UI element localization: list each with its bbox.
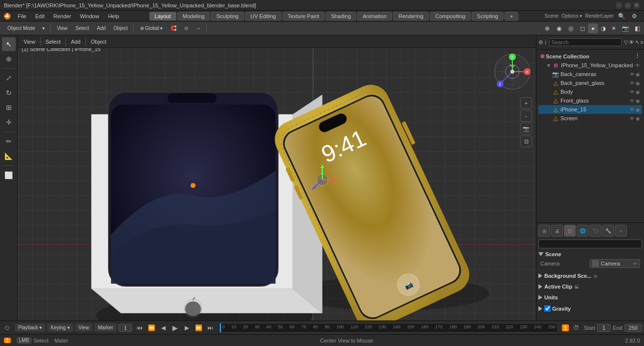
- wireframe-mode[interactable]: ◻: [578, 24, 588, 33]
- tree-item-front-glass[interactable]: △ Front_glass 👁 ◉: [538, 96, 642, 105]
- menu-window[interactable]: Window: [76, 12, 103, 20]
- rp-icon-1[interactable]: ⚙: [538, 37, 543, 48]
- bpg-render-vis[interactable]: ◉: [636, 80, 640, 86]
- object-btn[interactable]: Object: [110, 24, 131, 32]
- tab-texture-paint[interactable]: Texture Paint: [282, 12, 325, 21]
- tab-uv-editing[interactable]: UV Editing: [245, 12, 281, 21]
- iphone15-render-vis[interactable]: ◉: [636, 107, 640, 112]
- proportional-btn[interactable]: ⊙: [181, 24, 192, 32]
- playback-menu[interactable]: Playback ▾: [15, 323, 45, 332]
- object-mode-dropdown[interactable]: Object Mode ▾: [4, 24, 48, 32]
- collection-visibility[interactable]: 👁: [635, 63, 640, 68]
- tree-item-back-cameras[interactable]: 📷 Back_cameras 👁 ◉: [538, 70, 642, 79]
- scale-tool[interactable]: ⊞: [2, 101, 16, 114]
- timeline-bar[interactable]: 0 10 20 30 40 50 60 70 80 90 100 110 120…: [220, 323, 558, 333]
- tab-sculpting[interactable]: Sculpting: [211, 12, 244, 21]
- props-scene-tab[interactable]: ⊡: [564, 225, 576, 237]
- pivot-dropdown[interactable]: ⊕ Global ▾: [137, 24, 166, 32]
- rp-eye-icon[interactable]: 👁: [629, 37, 634, 48]
- props-search-input[interactable]: [538, 240, 642, 248]
- overlay-icon[interactable]: ◉: [554, 24, 564, 33]
- scene-search-input[interactable]: [549, 38, 622, 46]
- snap-btn[interactable]: 🧲: [167, 24, 180, 32]
- scene-section-header[interactable]: Scene: [538, 250, 642, 258]
- search-icon[interactable]: 🔍: [616, 11, 626, 21]
- gravity-checkbox[interactable]: [544, 305, 551, 312]
- camera-value[interactable]: Camera ✏: [589, 259, 640, 268]
- frame-rate-icon[interactable]: ⏱: [571, 322, 582, 333]
- back-cameras-visibility[interactable]: 👁: [630, 72, 635, 77]
- props-render-tab[interactable]: ◎: [538, 225, 550, 237]
- render-mode[interactable]: ☀: [609, 24, 618, 33]
- rp-filter-btn[interactable]: ▽: [624, 37, 628, 48]
- options-btn[interactable]: Options ▾: [561, 13, 582, 19]
- prev-frame-btn[interactable]: ◀: [158, 322, 168, 333]
- menu-edit[interactable]: Edit: [31, 12, 49, 20]
- filter-icon[interactable]: ⚙: [629, 11, 639, 21]
- body-render-vis[interactable]: ◉: [636, 89, 640, 95]
- tab-shading[interactable]: Shading: [326, 12, 356, 21]
- props-output-tab[interactable]: 🖨: [551, 225, 563, 237]
- menu-help[interactable]: Help: [104, 12, 123, 20]
- play-btn[interactable]: ▶: [169, 322, 180, 333]
- screen-render-vis[interactable]: ◉: [636, 116, 640, 121]
- tree-item-screen[interactable]: △ Screen 👁 ◉: [538, 114, 642, 123]
- scene-tree-options[interactable]: ⋮: [635, 53, 640, 59]
- tab-layout[interactable]: Layout: [149, 12, 176, 21]
- rp-cursor-icon[interactable]: ↖: [635, 37, 640, 48]
- close-button[interactable]: ✕: [633, 2, 640, 9]
- 3d-viewport[interactable]: View Select Add Object User Perspective …: [18, 35, 536, 320]
- rotate-tool[interactable]: ↻: [2, 86, 16, 100]
- back-panel-glass-visibility[interactable]: 👁: [630, 80, 635, 86]
- minimize-button[interactable]: −: [616, 2, 622, 9]
- zoom-in-btn[interactable]: +: [520, 97, 532, 109]
- props-modifier-tab[interactable]: 🔧: [602, 225, 614, 237]
- transform-btn[interactable]: ↔: [193, 24, 204, 32]
- units-header[interactable]: Units: [538, 293, 642, 301]
- vp-add-btn[interactable]: Add: [68, 38, 84, 46]
- tl-view-menu[interactable]: View: [75, 323, 93, 332]
- measure-tool[interactable]: 📐: [2, 149, 16, 163]
- marker-menu[interactable]: Marker: [94, 323, 116, 332]
- next-keyframe-btn[interactable]: ⏩: [193, 322, 204, 333]
- tab-compositing[interactable]: Compositing: [430, 12, 471, 21]
- tab-animation[interactable]: Animation: [357, 12, 392, 21]
- tree-item-body[interactable]: △ Body 👁 ◉: [538, 87, 642, 96]
- bg-scene-header[interactable]: Background Sce... ⊕: [538, 272, 642, 280]
- tab-add[interactable]: +: [504, 12, 518, 21]
- tab-scripting[interactable]: Scripting: [472, 12, 504, 21]
- xray-icon[interactable]: ◎: [566, 24, 576, 33]
- view-btn[interactable]: View: [54, 24, 71, 32]
- jump-end-btn[interactable]: ⏭: [205, 322, 216, 333]
- rp-icon-2[interactable]: ↕: [544, 37, 547, 48]
- back-cameras-render-vis[interactable]: ◉: [636, 72, 640, 77]
- prev-keyframe-btn[interactable]: ⏪: [146, 322, 157, 333]
- screen-visibility[interactable]: 👁: [630, 116, 635, 121]
- active-clip-header[interactable]: Active Clip 📽: [538, 283, 642, 291]
- next-frame-btn[interactable]: ▶: [181, 322, 192, 333]
- gravity-header[interactable]: Gravity: [538, 304, 642, 313]
- keying-menu[interactable]: Keying ▾: [47, 323, 73, 332]
- camera-view-btn[interactable]: 📷: [520, 123, 532, 134]
- move-tool[interactable]: ⤢: [2, 71, 16, 85]
- timeline-icon[interactable]: ⏲: [2, 322, 13, 333]
- select-tool[interactable]: ↖: [2, 37, 16, 51]
- tree-item-iphone15[interactable]: △ iPhone_15 👁 ◉: [538, 105, 642, 114]
- camera-edit-icon[interactable]: ✏: [633, 261, 638, 267]
- tab-modeling[interactable]: Modeling: [177, 12, 210, 21]
- tree-item-collection[interactable]: ▼ ⊞ IPhone_15_Yellow_Unpacked 👁: [538, 61, 642, 70]
- add-cube-tool[interactable]: ⬜: [2, 168, 16, 182]
- cursor-tool[interactable]: ⊕: [2, 52, 16, 66]
- front-glass-visibility[interactable]: 👁: [630, 98, 635, 104]
- vp-object-btn[interactable]: Object: [88, 38, 110, 46]
- start-frame-field[interactable]: 1: [597, 324, 611, 332]
- select-btn[interactable]: Select: [72, 24, 93, 32]
- frame-all-btn[interactable]: ⊡: [520, 135, 532, 147]
- add-btn[interactable]: Add: [93, 24, 109, 32]
- vp-select-btn[interactable]: Select: [43, 38, 64, 46]
- jump-start-btn[interactable]: ⏮: [134, 322, 145, 333]
- iphone15-visibility[interactable]: 👁: [630, 107, 635, 112]
- transform-tool[interactable]: ✛: [2, 115, 16, 129]
- region-btn[interactable]: ◧: [632, 24, 642, 33]
- tree-item-back-panel-glass[interactable]: △ Back_panel_glass 👁 ◉: [538, 79, 642, 87]
